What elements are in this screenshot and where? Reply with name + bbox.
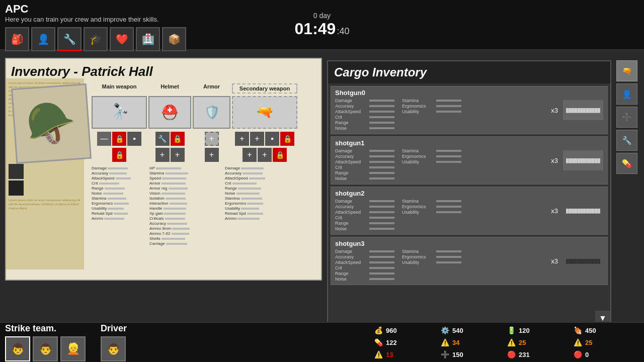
- res-food: 🍖450: [574, 325, 639, 336]
- danger1-icon: ⚠️: [374, 350, 383, 358]
- helmet-spare-btn[interactable]: 🔧: [155, 132, 170, 146]
- inventory-panel: Inventory - Patrick Hall Lorem ipsum dol…: [5, 58, 322, 281]
- main-weapon-slot[interactable]: 🔭: [92, 96, 147, 129]
- battery-icon: 🔋: [507, 326, 516, 334]
- cargo-item-name-3: shotgun3: [335, 240, 538, 247]
- cargo-stat-col-left-3: Damage Accurasy AttackSpeed Crit Range N…: [335, 249, 394, 282]
- main-stat-stamina: Stamina: [92, 196, 147, 201]
- secondary-weapon-stats: Damage Accurasy AttackSpeed Crit Range N…: [225, 166, 285, 246]
- nav-icon-box[interactable]: 📦: [162, 27, 186, 51]
- main-minus-btn[interactable]: —: [97, 132, 111, 146]
- inventory-title: Inventory - Patrick Hall: [11, 64, 316, 79]
- money-icon: 💰: [374, 326, 383, 334]
- cargo-count-2: x3: [543, 207, 558, 215]
- cargo-item-shotgun1[interactable]: shotgun1 Damage Accurasy AttackSpeed Cri…: [331, 136, 608, 185]
- secondary-lock2-btn[interactable]: 🔒: [273, 148, 287, 162]
- helmet-slot[interactable]: ⛑️: [148, 96, 191, 129]
- cargo-item-shotgun3[interactable]: shotgun3 Damage Accurasy AttackSpeed Cri…: [331, 237, 608, 285]
- res-medkit: 💊122: [374, 337, 440, 348]
- main-lock2-btn[interactable]: 🔒: [112, 148, 126, 162]
- nav-icon-bag[interactable]: 🎒: [5, 27, 29, 51]
- right-icon-4[interactable]: 🔧: [616, 130, 637, 151]
- main-stat-reloadspd: Reload Spd: [92, 211, 147, 216]
- nav-icon-heart[interactable]: ❤️: [110, 27, 134, 51]
- top-bar: APC Here you can train your crew and imp…: [0, 0, 644, 50]
- cargo-stat-col-right-0: Stamina Ergonomics Usability: [402, 98, 461, 131]
- warn2-icon: ⚠️: [507, 338, 516, 346]
- cargo-item-name-1: shotgun1: [335, 139, 538, 147]
- helmet-lock-btn[interactable]: 🔒: [171, 132, 185, 146]
- cargo-panel: Cargo Inventory Shotgun0 Damage Accurasy…: [327, 60, 611, 327]
- cargo-count-3: x3: [543, 257, 558, 265]
- warn1-icon: ⚠️: [441, 338, 450, 346]
- circle2-icon: 🔴: [574, 350, 583, 358]
- cargo-item-shotgun0[interactable]: Shotgun0 Damage Accurasy AttackSpeed Cri…: [331, 86, 608, 134]
- res-warn3: ⚠️25: [574, 337, 639, 348]
- cargo-stats-1: Damage Accurasy AttackSpeed Crit Range N…: [335, 148, 538, 182]
- driver-label: Driver: [101, 323, 127, 334]
- cargo-image-1: ████████████: [563, 150, 603, 170]
- avatar-2[interactable]: 👨: [33, 336, 58, 361]
- armor-add-btn[interactable]: +: [205, 132, 219, 146]
- armor-add2-btn[interactable]: +: [205, 148, 219, 162]
- secondary-add3-btn[interactable]: +: [243, 148, 257, 162]
- right-icon-3[interactable]: ➕: [616, 107, 637, 128]
- cargo-stats-0: Damage Accurasy AttackSpeed Crit Range N…: [335, 98, 538, 131]
- header-secondary-weapon: Secondary weapon: [232, 83, 297, 94]
- main-stat-noise: Noise: [92, 191, 147, 196]
- res-warn1: ⚠️34: [441, 337, 506, 348]
- nav-icon-grad[interactable]: 🎓: [84, 27, 108, 51]
- nav-icons: 🎒 👤 🔧 🎓 ❤️ 🏥 📦: [5, 27, 186, 51]
- cargo-item-name-2: shotgun2: [335, 190, 538, 197]
- main-stat-crit: Crit: [92, 181, 147, 186]
- driver-avatar[interactable]: 👨: [101, 336, 126, 361]
- driver-avatars: 👨: [101, 336, 127, 361]
- nav-icon-wrench[interactable]: 🔧: [57, 27, 82, 51]
- res-danger1: ⚠️13: [374, 349, 440, 360]
- bottom-bar: Strike team. 👦 👨 👱 Driver 👨 💰960 ⚙️540 🔋…: [0, 322, 644, 362]
- cargo-item-shotgun2[interactable]: shotgun2 Damage Accurasy AttackSpeed Cri…: [331, 187, 608, 235]
- character-portrait: 🪖: [11, 83, 92, 164]
- avatar-3[interactable]: 👱: [60, 336, 86, 361]
- timer-day: 0 day: [295, 12, 350, 20]
- cargo-stat-col-right-2: Stamina Ergonomics Usability: [402, 199, 461, 232]
- secondary-add2-btn[interactable]: +: [250, 132, 264, 146]
- cargo-item-name-0: Shotgun0: [335, 89, 538, 97]
- header-main-weapon: Main weapon: [92, 83, 147, 94]
- helmet-stats: HP Stamina Speed Armor Armor reg Vision …: [149, 166, 222, 246]
- cargo-count-1: x3: [543, 157, 558, 164]
- main-lock-btn[interactable]: 🔒: [112, 132, 126, 146]
- secondary-add1-btn[interactable]: +: [235, 132, 249, 146]
- warn3-icon: ⚠️: [574, 338, 583, 346]
- secondary-weapon-slot[interactable]: 🔫: [232, 96, 297, 129]
- nav-icon-medic[interactable]: 🏥: [136, 27, 160, 51]
- res-money: 💰960: [374, 325, 440, 336]
- avatar-1[interactable]: 👦: [5, 336, 30, 361]
- team-label: Strike team.: [5, 323, 86, 334]
- armor-slot[interactable]: 🛡️: [193, 96, 230, 129]
- res-battery: 🔋120: [507, 325, 573, 336]
- secondary-add4-btn[interactable]: +: [258, 148, 272, 162]
- team-section: Strike team. 👦 👨 👱: [5, 323, 86, 361]
- nav-icon-person[interactable]: 👤: [31, 27, 55, 51]
- food-icon: 🍖: [574, 326, 583, 334]
- secondary-lock-btn[interactable]: 🔒: [280, 132, 294, 146]
- timer-seconds: :40: [337, 26, 349, 37]
- cargo-item-info-3: shotgun3 Damage Accurasy AttackSpeed Cri…: [335, 240, 538, 282]
- resource-counters: 💰960 ⚙️540 🔋120 🍖450 💊122 ⚠️34 ⚠️25 ⚠️25…: [374, 325, 639, 360]
- right-icon-1[interactable]: 🔫: [616, 60, 637, 81]
- right-icon-5[interactable]: 💊: [616, 153, 637, 174]
- cargo-stats-3: Damage Accurasy AttackSpeed Crit Range N…: [335, 249, 538, 282]
- cargo-image-2: ████████████: [563, 201, 603, 221]
- main-stat-accuracy: Accurasy: [92, 171, 147, 175]
- header-helmet: Helmet: [148, 83, 191, 94]
- cargo-count-0: x3: [543, 107, 558, 114]
- right-panel-icons: 🔫 👤 ➕ 🔧 💊: [614, 58, 639, 327]
- main-stat-damage: Damage: [92, 166, 147, 170]
- main-spare-btn[interactable]: ▪: [127, 132, 141, 146]
- right-icon-2[interactable]: 👤: [616, 83, 637, 105]
- helmet-add2-btn[interactable]: +: [171, 148, 185, 162]
- medkit-icon: 💊: [374, 338, 383, 346]
- helmet-add-btn[interactable]: +: [155, 148, 170, 162]
- secondary-spare-btn[interactable]: ▪: [265, 132, 279, 146]
